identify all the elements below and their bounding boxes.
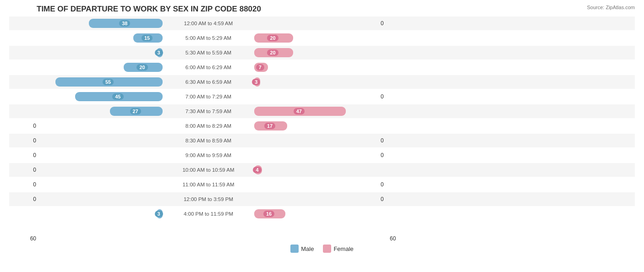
male-bar-container: 27	[39, 107, 163, 116]
time-label: 7:00 AM to 7:29 AM	[163, 94, 254, 99]
female-badge: 4	[253, 167, 261, 173]
male-badge: 38	[119, 20, 130, 27]
male-bar: 45	[75, 92, 163, 101]
time-label: 12:00 PM to 3:59 PM	[163, 196, 254, 202]
time-label: 5:00 AM to 5:29 AM	[163, 35, 254, 41]
chart-row: 010:00 AM to 10:59 AM4	[9, 163, 635, 177]
male-value: 0	[9, 196, 39, 202]
male-badge: 27	[130, 108, 141, 114]
male-bar: 27	[110, 107, 163, 116]
time-label: 9:00 AM to 9:59 AM	[163, 152, 254, 158]
male-value: 0	[9, 167, 39, 173]
female-bar: 20	[254, 33, 293, 43]
male-bar: 15	[133, 33, 163, 43]
chart-row: 155:00 AM to 5:29 AM20	[9, 31, 635, 45]
chart-title: TIME OF DEPARTURE TO WORK BY SEX IN ZIP …	[9, 5, 635, 14]
male-bar: 55	[55, 77, 163, 87]
legend-female: Female	[323, 245, 353, 253]
time-label: 8:00 AM to 8:29 AM	[163, 123, 254, 129]
female-bar-container: 7	[254, 63, 378, 72]
legend-male-box	[290, 245, 299, 253]
male-value: 0	[9, 123, 39, 129]
legend-female-box	[323, 245, 331, 253]
chart-row: 556:30 AM to 6:59 AM3	[9, 75, 635, 89]
male-bar-container: 38	[39, 19, 163, 28]
female-badge: 47	[294, 108, 305, 114]
male-bar-container: 3	[39, 209, 163, 218]
chart-row: 277:30 AM to 7:59 AM47	[9, 104, 635, 118]
female-bar-container: 4	[254, 165, 378, 174]
male-badge: 3	[155, 211, 163, 217]
female-value: 0	[378, 137, 405, 144]
male-value: 0	[9, 181, 39, 188]
time-label: 11:00 AM to 11:59 AM	[163, 182, 254, 187]
chart-row: 09:00 AM to 9:59 AM0	[9, 148, 635, 162]
female-value: 0	[378, 20, 405, 27]
male-bar: 38	[89, 19, 163, 28]
axis-right: 60	[387, 235, 396, 242]
female-bar-container: 20	[254, 33, 378, 43]
female-value: 0	[378, 196, 405, 202]
chart-row: 012:00 PM to 3:59 PM0	[9, 192, 635, 206]
time-label: 8:30 AM to 8:59 AM	[163, 138, 254, 143]
male-value: 0	[9, 137, 39, 144]
female-badge: 17	[264, 123, 275, 129]
female-bar: 4	[254, 165, 262, 174]
female-value: 0	[378, 152, 405, 158]
time-label: 10:00 AM to 10:59 AM	[163, 167, 254, 173]
time-label: 12:00 AM to 4:59 AM	[163, 21, 254, 26]
chart-row: 3812:00 AM to 4:59 AM0	[9, 16, 635, 30]
female-badge: 3	[252, 79, 260, 85]
time-label: 7:30 AM to 7:59 AM	[163, 109, 254, 114]
time-label: 5:30 AM to 5:59 AM	[163, 50, 254, 55]
chart-row: 08:30 AM to 8:59 AM0	[9, 134, 635, 147]
chart-area: 3812:00 AM to 4:59 AM0155:00 AM to 5:29 …	[9, 16, 635, 234]
axis-left: 60	[9, 235, 39, 242]
male-bar-container: 20	[39, 63, 163, 72]
female-bar-container: 47	[254, 107, 378, 116]
female-badge: 20	[267, 49, 278, 56]
female-bar-container: 17	[254, 121, 378, 131]
female-bar: 7	[254, 63, 268, 72]
female-badge: 20	[267, 35, 278, 41]
legend-male: Male	[290, 245, 314, 253]
male-badge: 45	[112, 93, 123, 100]
male-badge: 15	[142, 35, 153, 41]
female-bar: 16	[254, 209, 285, 218]
male-badge: 55	[103, 79, 114, 85]
male-badge: 20	[136, 64, 147, 71]
chart-container: TIME OF DEPARTURE TO WORK BY SEX IN ZIP …	[0, 0, 644, 272]
female-bar: 17	[254, 121, 287, 131]
female-badge: 16	[263, 211, 274, 217]
male-bar-container: 15	[39, 33, 163, 43]
male-value: 0	[9, 152, 39, 158]
chart-row: 011:00 AM to 11:59 AM0	[9, 178, 635, 191]
chart-row: 457:00 AM to 7:29 AM0	[9, 90, 635, 103]
male-bar: 3	[157, 209, 163, 218]
female-badge: 7	[256, 64, 264, 71]
time-label: 4:00 PM to 11:59 PM	[163, 211, 254, 217]
male-bar-container: 55	[39, 77, 163, 87]
time-label: 6:00 AM to 6:29 AM	[163, 65, 254, 70]
female-bar-container: 20	[254, 48, 378, 57]
male-bar: 20	[124, 63, 163, 72]
female-bar: 3	[254, 77, 260, 87]
legend: Male Female	[9, 245, 635, 253]
female-value: 0	[378, 93, 405, 100]
female-bar-container: 3	[254, 77, 378, 87]
legend-female-label: Female	[333, 245, 353, 252]
female-bar-container: 16	[254, 209, 378, 218]
female-value: 0	[378, 181, 405, 188]
axis-row: 60 60	[9, 235, 635, 242]
legend-male-label: Male	[301, 245, 314, 252]
chart-row: 35:30 AM to 5:59 AM20	[9, 46, 635, 60]
male-bar-container: 45	[39, 92, 163, 101]
chart-row: 34:00 PM to 11:59 PM16	[9, 207, 635, 221]
male-badge: 3	[155, 49, 163, 56]
male-bar: 3	[157, 48, 163, 57]
source-text: Source: ZipAtlas.com	[587, 5, 635, 10]
time-label: 6:30 AM to 6:59 AM	[163, 79, 254, 85]
female-bar: 47	[254, 107, 346, 116]
male-bar-container: 3	[39, 48, 163, 57]
chart-row: 08:00 AM to 8:29 AM17	[9, 119, 635, 133]
